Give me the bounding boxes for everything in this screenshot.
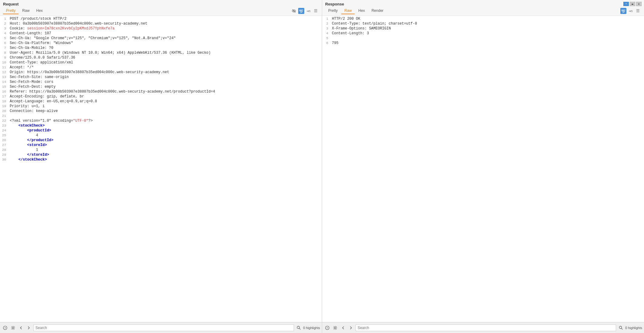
response-help-icon[interactable]: ? [324,325,331,331]
line-content: Content-Length: 3 [331,31,644,36]
table-row: 18Accept-Language: en-US,en;q=0.9,ar;q=0… [0,99,322,104]
request-back-icon[interactable] [18,325,24,331]
response-indent-icon[interactable]: ⇥n [628,8,634,14]
response-highlights-label: 0 highlights [625,326,642,330]
request-help-icon[interactable]: ? [2,325,8,331]
response-wrap-icon[interactable] [620,8,626,14]
table-row: 1POST /product/stock HTTP/2 [0,16,322,21]
line-content: Accept: */* [8,65,322,70]
line-content: Sec-Fetch-Site: same-origin [8,75,322,80]
tab-response-hex[interactable]: Hex [355,8,368,14]
bottom-bar: ? 0 highlights [0,322,644,333]
line-content: Sec-Ch-Ua: "Google Chrome";v="125", "Chr… [8,36,322,41]
svg-line-6 [299,328,300,330]
line-content: <storeId> [8,143,322,148]
response-back-icon[interactable] [340,325,346,331]
table-row: 23 <stockCheck> [0,123,322,128]
table-row: 16Referer: https://0a3b00b503907e38807b3… [0,89,322,94]
line-number: 25 [0,133,8,138]
line-content: Origin: https://0a3b00b503907e38807b35ed… [8,70,322,75]
line-content: Sec-Ch-Ua-Mobile: ?0 [8,46,322,50]
request-eye-icon[interactable] [291,8,297,14]
request-menu-icon[interactable]: ☰ [313,8,319,14]
line-number: 9 [0,55,8,60]
line-content: Content-Type: text/plain; charset=utf-8 [331,21,644,26]
response-tab-actions: ⇥n ☰ [620,8,641,14]
request-wrap-icon[interactable] [298,8,304,14]
request-title: Request [3,2,319,6]
table-row: 4Content-Length: 3 [322,31,644,36]
table-row: 30 </stockCheck> [0,157,322,162]
tab-response-pretty[interactable]: Pretty [325,8,341,14]
line-number: 10 [0,60,8,65]
table-row: 14Sec-Fetch-Mode: cors [0,80,322,84]
svg-line-11 [621,328,622,330]
request-settings-icon[interactable] [10,325,16,331]
line-number: 29 [0,152,8,157]
table-row: 26 </productId> [0,138,322,143]
request-search-input[interactable] [33,325,294,331]
request-panel: Request Pretty Raw Hex [0,0,322,322]
line-number: 4 [322,31,331,36]
tab-request-hex[interactable]: Hex [33,8,46,14]
line-number: 19 [0,104,8,109]
line-content: Host: 0a3b00b503907e38807b35ed004c000c.w… [8,21,322,26]
table-row: 17Accept-Encoding: gzip, deflate, br [0,94,322,99]
line-content: Accept-Encoding: gzip, deflate, br [8,94,322,99]
table-row: 2Host: 0a3b00b503907e38807b35ed004c000c.… [0,21,322,26]
table-row: 22<?xml version="1.0" encoding="UTF-8"?> [0,118,322,123]
line-content: HTTP/2 200 OK [331,16,644,21]
response-search-input[interactable] [356,325,616,331]
line-content: 4 [8,133,322,138]
table-row: 29 </storeId> [0,152,322,157]
line-number: 12 [0,70,8,75]
line-number: 18 [0,99,8,104]
line-content: <?xml version="1.0" encoding="UTF-8"?> [8,118,322,123]
line-number: 6 [322,41,331,46]
line-number: 28 [0,148,8,152]
line-number: 16 [0,89,8,94]
line-number: 5 [322,36,331,41]
table-row: 13Sec-Fetch-Site: same-origin [0,75,322,80]
response-header: Response Pretty Raw Hex Render ⇥n [322,0,644,16]
window-btn-1[interactable]: ▪ [623,2,629,6]
request-indent-icon[interactable]: ⇥n [305,8,312,14]
request-search-go-icon[interactable] [295,325,302,331]
response-settings-icon[interactable] [332,325,339,331]
tab-request-raw[interactable]: Raw [19,8,32,14]
line-number: 21 [0,114,8,118]
window-btn-3[interactable]: ✕ [636,2,642,6]
line-content: Sec-Ch-Ua-Platform: "Windows" [8,41,322,46]
tab-response-raw[interactable]: Raw [341,8,355,14]
table-row: 25 4 [0,133,322,138]
line-number: 7 [0,46,8,50]
tab-response-render[interactable]: Render [369,8,386,14]
response-menu-icon[interactable]: ☰ [635,8,641,14]
line-content [8,114,322,118]
response-tab-bar: Pretty Raw Hex Render ⇥n ☰ [325,8,641,14]
line-content: Content-Type: application/xml [8,60,322,65]
line-content: Accept-Language: en-US,en;q=0.9,ar;q=0.8 [8,99,322,104]
line-content: </storeId> [8,152,322,157]
line-number: 20 [0,109,8,114]
table-row: 21 [0,114,322,118]
request-header: Request Pretty Raw Hex [0,0,322,16]
svg-point-4 [12,327,14,328]
response-forward-icon[interactable] [348,325,354,331]
line-content: 1 [8,148,322,152]
window-btn-2[interactable]: ▬ [630,2,635,6]
response-search-go-icon[interactable] [617,325,624,331]
table-row: 19Priority: u=1, i [0,104,322,109]
line-number: 1 [322,16,331,21]
line-number: 2 [322,21,331,26]
response-bottom-panel: ? 0 highlights [322,322,644,333]
request-forward-icon[interactable] [25,325,32,331]
tab-request-pretty[interactable]: Pretty [3,8,19,14]
response-panel: Response Pretty Raw Hex Render ⇥n [322,0,644,322]
table-row: 12Origin: https://0a3b00b503907e38807b35… [0,70,322,75]
request-tab-bar: Pretty Raw Hex [3,8,319,14]
table-row: 2Content-Type: text/plain; charset=utf-8 [322,21,644,26]
table-row: 7Sec-Ch-Ua-Mobile: ?0 [0,46,322,50]
response-content: 1HTTP/2 200 OK2Content-Type: text/plain;… [322,16,644,322]
table-row: 3Cookie: session=Im78cxn2KvvbCy2pKMxdJ57… [0,26,322,31]
